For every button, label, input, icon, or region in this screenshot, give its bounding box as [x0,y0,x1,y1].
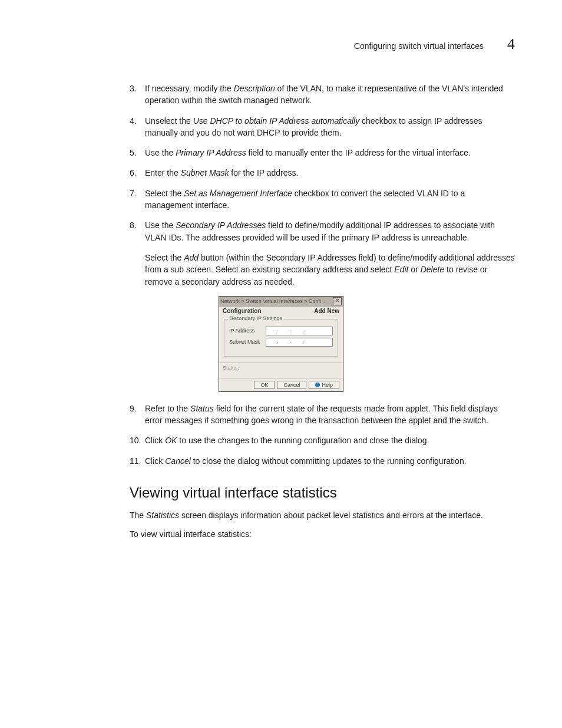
cancel-button[interactable]: Cancel [277,381,306,389]
step-7: 7. Select the Set as Management Interfac… [130,187,515,212]
fieldset-legend: Secondary IP Settings [228,315,284,321]
step-6: 6. Enter the Subnet Mask for the IP addr… [130,167,515,179]
step-number: 5. [130,147,145,159]
step-4: 4. Unselect the Use DHCP to obtain IP Ad… [130,115,515,139]
step-number: 4. [130,115,145,139]
subnet-mask-input[interactable] [266,338,333,347]
help-button[interactable]: Help [309,381,339,389]
step-number: 9. [130,403,145,427]
step-8: 8. Use the Secondary IP Addresses field … [130,219,515,243]
close-icon[interactable]: ✕ [333,297,342,305]
step-number: 3. [130,83,145,107]
step-8-continued: Select the Add button (within the Second… [145,252,515,288]
step-number: 10. [130,434,145,446]
step-number: 8. [130,219,145,243]
step-number: 7. [130,187,145,212]
step-5: 5. Use the Primary IP Address field to m… [130,147,515,159]
section-paragraph: The Statistics screen displays informati… [130,509,515,521]
secondary-ip-fieldset: Secondary IP Settings IP Address Subnet … [224,319,338,357]
dialog-tab: Configuration [223,308,262,314]
step-10: 10. Click OK to use the changes to the r… [130,434,515,446]
procedure-list-continued: 9. Refer to the Status field for the cur… [130,403,515,467]
dialog-breadcrumb: Network > Switch Virtual Interfaces > Co… [220,298,325,304]
ok-button[interactable]: OK [254,381,275,389]
add-new-label: Add New [314,308,339,314]
ip-address-input[interactable] [266,327,333,335]
section-heading: Viewing virtual interface statistics [130,485,515,501]
step-number: 11. [130,455,145,467]
subnet-mask-label: Subnet Mask [229,339,266,345]
chapter-number: 4 [507,35,515,53]
status-label: Status: [219,363,343,378]
step-3: 3. If necessary, modify the Description … [130,83,515,107]
dialog-titlebar: Network > Switch Virtual Interfaces > Co… [219,297,343,307]
help-icon [315,383,320,387]
header-title: Configuring switch virtual interfaces [354,41,484,51]
ip-address-label: IP Address [229,328,266,334]
section-paragraph: To view virtual interface statistics: [130,528,515,540]
page-header: Configuring switch virtual interfaces 4 [47,35,515,53]
step-number: 6. [130,167,145,179]
step-9: 9. Refer to the Status field for the cur… [130,403,515,427]
secondary-ip-dialog: Network > Switch Virtual Interfaces > Co… [219,296,343,392]
step-11: 11. Click Cancel to close the dialog wit… [130,455,515,467]
procedure-list: 3. If necessary, modify the Description … [130,83,515,243]
